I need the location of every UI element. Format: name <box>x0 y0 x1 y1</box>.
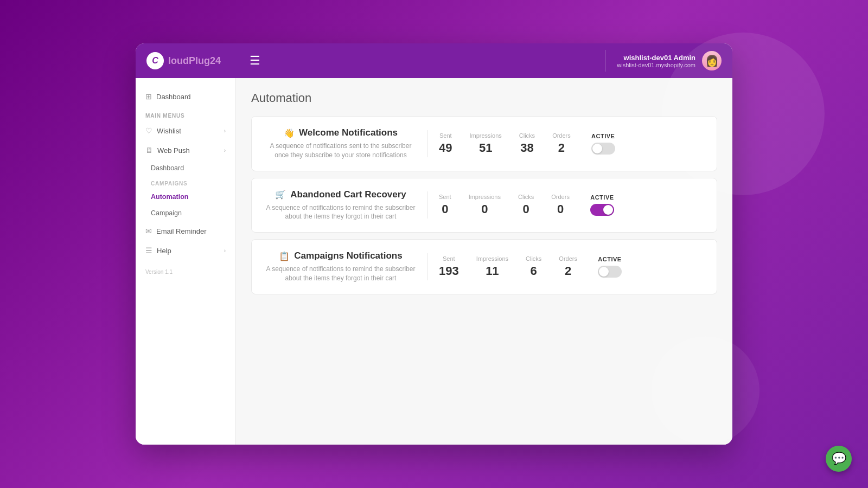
main-layout: ⊞ Dashboard MAIN MENUS ♡ Wishlist › 🖥 We… <box>136 78 732 445</box>
card-active-campaigns: ACTIVE <box>588 256 631 278</box>
avatar: 👩 <box>702 51 722 70</box>
stat-impressions-value-campaigns: 11 <box>476 264 508 278</box>
card-divider-welcome <box>427 130 428 157</box>
card-title-campaigns: 📋 Campaigns Notifications <box>279 251 402 261</box>
sidebar-item-dashboard[interactable]: ⊞ Dashboard <box>136 87 235 106</box>
hamburger-icon[interactable]: ☰ <box>250 54 260 68</box>
logo-icon: C <box>146 52 164 69</box>
card-stats-campaigns: Sent 193 Impressions 11 Clicks 6 Orders … <box>439 255 577 278</box>
stat-sent-campaigns: Sent 193 <box>439 255 459 278</box>
stat-sent-welcome: Sent 49 <box>439 132 452 155</box>
toggle-switch-welcome[interactable] <box>591 143 615 155</box>
web-push-label: Web Push <box>157 146 190 155</box>
stat-impressions-value-abandoned-cart: 0 <box>469 202 501 216</box>
card-desc-abandoned-cart: A sequence of notifications to remind th… <box>265 203 417 222</box>
automation-card-abandoned-cart: 🛒 Abandoned Cart Recovery A sequence of … <box>251 178 717 233</box>
web-push-submenu: Dashboard CAMPAIGNS Automation Campaign <box>136 160 235 221</box>
app-container: C loudPlug24 ☰ wishlist-dev01 Admin wish… <box>136 43 732 445</box>
stat-impressions-label-welcome: Impressions <box>469 132 501 139</box>
sidebar-sub-item-dashboard[interactable]: Dashboard <box>136 160 235 176</box>
logo-area: C loudPlug24 <box>146 52 244 69</box>
stat-orders-campaigns: Orders 2 <box>559 255 577 278</box>
card-title-text-abandoned-cart: Abandoned Cart Recovery <box>290 189 406 200</box>
stat-sent-label-campaigns: Sent <box>439 255 459 262</box>
sidebar-dashboard-label: Dashboard <box>156 93 191 101</box>
active-label-welcome: ACTIVE <box>591 133 615 139</box>
stat-clicks-abandoned-cart: Clicks 0 <box>518 194 534 216</box>
stat-clicks-label-welcome: Clicks <box>519 132 535 139</box>
stat-orders-abandoned-cart: Orders 0 <box>551 194 570 216</box>
email-reminder-icon: ✉ <box>145 227 152 235</box>
card-stats-welcome: Sent 49 Impressions 51 Clicks 38 Orders … <box>439 132 571 155</box>
stat-clicks-value-campaigns: 6 <box>526 264 541 278</box>
stat-clicks-welcome: Clicks 38 <box>519 132 535 155</box>
stat-impressions-value-welcome: 51 <box>469 141 501 155</box>
wishlist-arrow-icon: › <box>224 128 226 134</box>
active-label-abandoned-cart: ACTIVE <box>590 194 614 201</box>
stat-orders-value-abandoned-cart: 0 <box>551 202 570 216</box>
toggle-knob-abandoned-cart <box>603 205 613 215</box>
card-title-abandoned-cart: 🛒 Abandoned Cart Recovery <box>275 189 406 200</box>
card-divider-campaigns <box>427 253 428 280</box>
stat-clicks-label-campaigns: Clicks <box>526 255 541 262</box>
sidebar-item-help[interactable]: ☰ Help › <box>136 241 235 260</box>
stat-clicks-value-abandoned-cart: 0 <box>518 202 534 216</box>
card-info-welcome: 👋 Welcome Notifications A sequence of no… <box>265 127 417 160</box>
stat-orders-value-campaigns: 2 <box>559 264 577 278</box>
main-menus-label: MAIN MENUS <box>136 106 235 121</box>
card-info-campaigns: 📋 Campaigns Notifications A sequence of … <box>265 251 417 283</box>
card-title-icon-abandoned-cart: 🛒 <box>275 189 286 200</box>
web-push-arrow-icon: › <box>224 147 226 153</box>
toggle-knob-campaigns <box>599 267 609 277</box>
sidebar-sub-item-automation[interactable]: Automation <box>136 189 235 205</box>
stat-impressions-campaigns: Impressions 11 <box>476 255 508 278</box>
sidebar-sub-item-campaign[interactable]: Campaign <box>136 205 235 221</box>
sidebar-item-wishlist[interactable]: ♡ Wishlist › <box>136 121 235 140</box>
card-title-welcome: 👋 Welcome Notifications <box>284 127 398 138</box>
card-title-text-welcome: Welcome Notifications <box>299 127 398 138</box>
stat-orders-label-campaigns: Orders <box>559 255 577 262</box>
stat-sent-value-campaigns: 193 <box>439 264 459 278</box>
card-desc-campaigns: A sequence of notifications to remind th… <box>265 265 417 283</box>
page-title: Automation <box>251 91 717 105</box>
automation-card-campaigns: 📋 Campaigns Notifications A sequence of … <box>251 239 717 294</box>
help-label: Help <box>157 247 171 255</box>
stat-orders-welcome: Orders 2 <box>552 132 571 155</box>
user-text: wishlist-dev01 Admin wishlist-dev01.mysh… <box>617 54 695 68</box>
web-push-icon: 🖥 <box>145 146 153 155</box>
stat-impressions-abandoned-cart: Impressions 0 <box>469 194 501 216</box>
wishlist-label: Wishlist <box>157 127 181 135</box>
stat-orders-label-welcome: Orders <box>552 132 571 139</box>
stat-orders-value-welcome: 2 <box>552 141 571 155</box>
stat-sent-abandoned-cart: Sent 0 <box>439 194 451 216</box>
card-title-icon-welcome: 👋 <box>284 128 295 138</box>
stat-impressions-welcome: Impressions 51 <box>469 132 501 155</box>
toggle-switch-campaigns[interactable] <box>598 266 622 278</box>
stat-clicks-value-welcome: 38 <box>519 141 535 155</box>
user-info: wishlist-dev01 Admin wishlist-dev01.mysh… <box>617 51 722 70</box>
chat-button[interactable]: 💬 <box>826 446 852 472</box>
card-info-abandoned-cart: 🛒 Abandoned Cart Recovery A sequence of … <box>265 189 417 222</box>
automation-cards-container: 👋 Welcome Notifications A sequence of no… <box>251 116 717 294</box>
automation-card-welcome: 👋 Welcome Notifications A sequence of no… <box>251 116 717 171</box>
toggle-knob-welcome <box>592 144 602 153</box>
stat-sent-value-welcome: 49 <box>439 141 452 155</box>
sidebar-item-web-push[interactable]: 🖥 Web Push › <box>136 140 235 160</box>
stat-orders-label-abandoned-cart: Orders <box>551 194 570 200</box>
stat-impressions-label-abandoned-cart: Impressions <box>469 194 501 200</box>
card-active-abandoned-cart: ACTIVE <box>580 194 624 216</box>
email-reminder-label: Email Reminder <box>156 227 206 235</box>
card-divider-abandoned-cart <box>427 191 428 219</box>
stat-clicks-label-abandoned-cart: Clicks <box>518 194 534 200</box>
toggle-switch-abandoned-cart[interactable] <box>590 204 614 216</box>
main-content: Automation 👋 Welcome Notifications A seq… <box>236 78 732 445</box>
active-label-campaigns: ACTIVE <box>598 256 621 262</box>
sidebar-item-email-reminder[interactable]: ✉ Email Reminder <box>136 221 235 241</box>
card-title-icon-campaigns: 📋 <box>279 251 290 261</box>
user-name: wishlist-dev01 Admin <box>617 54 695 62</box>
stat-clicks-campaigns: Clicks 6 <box>526 255 541 278</box>
logo-name-suffix: 24 <box>210 55 221 66</box>
campaigns-section-label: CAMPAIGNS <box>136 176 235 189</box>
card-desc-welcome: A sequence of notifications sent to the … <box>265 142 417 160</box>
help-icon: ☰ <box>145 246 152 255</box>
